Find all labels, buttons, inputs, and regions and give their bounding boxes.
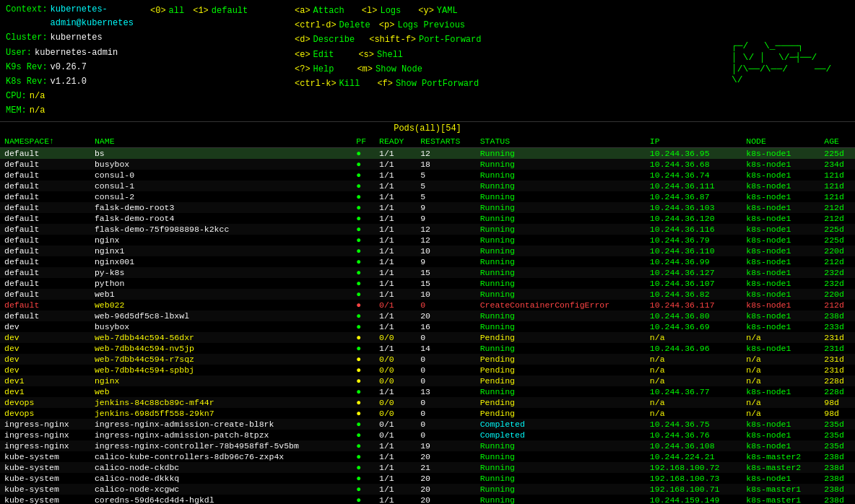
cell-namespace: default <box>0 191 90 202</box>
cell-namespace: kube-system <box>0 451 90 462</box>
cell-namespace: default <box>0 278 90 289</box>
cell-namespace: dev <box>0 354 90 365</box>
cell-node: k8s-node1 <box>742 440 820 451</box>
key-f: <f> <box>377 77 393 91</box>
cell-restarts: 9 <box>416 202 476 213</box>
table-row[interactable]: devops jenkins-84c88cb89c-mf44r ● 0/0 0 … <box>0 397 855 408</box>
table-row[interactable]: default nginx1 ● 1/1 10 Running 10.244.3… <box>0 246 855 256</box>
cell-ready: 1/1 <box>375 191 416 202</box>
cell-age: 231d <box>820 343 855 354</box>
cell-namespace: dev <box>0 343 90 354</box>
table-row[interactable]: kube-system calico-kube-controllers-8db9… <box>0 451 855 462</box>
cell-age: 121d <box>820 170 855 181</box>
cell-age: 232d <box>820 267 855 278</box>
cluster-value: kubernetes <box>51 31 103 45</box>
cell-ip: 10.244.36.80 <box>646 310 742 321</box>
cell-restarts: 13 <box>416 386 476 397</box>
cell-ip: n/a <box>646 332 742 343</box>
table-row[interactable]: default nginx001 ● 1/1 9 Running 10.244.… <box>0 256 855 267</box>
cell-node: n/a <box>742 354 820 365</box>
table-row[interactable]: default web022 ● 0/1 0 CreateContainerCo… <box>0 300 855 310</box>
cell-ip: n/a <box>646 365 742 375</box>
cell-ip: 10.244.36.120 <box>646 213 742 224</box>
cell-restarts: 10 <box>416 289 476 300</box>
table-row[interactable]: dev web-7dbb44c594-spbbj ● 0/0 0 Pending… <box>0 365 855 375</box>
cell-age: 238d <box>820 310 855 321</box>
col-status: STATUS <box>476 135 646 148</box>
cell-pf: ● <box>352 419 375 430</box>
cell-name: busybox <box>90 321 352 332</box>
cell-status: Completed <box>476 430 646 440</box>
cell-node: k8s-master1 <box>742 484 820 495</box>
table-row[interactable]: default falsk-demo-root4 ● 1/1 9 Running… <box>0 213 855 224</box>
table-row[interactable]: dev1 nginx ● 0/0 0 Pending n/a n/a 228d <box>0 375 855 386</box>
cell-restarts: 20 <box>416 310 476 321</box>
cell-status: Running <box>476 213 646 224</box>
table-row[interactable]: default bs ● 1/1 12 Running 10.244.36.95… <box>0 147 855 159</box>
cell-ip: 10.244.36.108 <box>646 440 742 451</box>
cell-pf: ● <box>352 256 375 267</box>
col-node: NODE <box>742 135 820 148</box>
table-row[interactable]: dev web-7dbb44c594-nv5jp ● 1/1 14 Runnin… <box>0 343 855 354</box>
table-row[interactable]: dev web-7dbb44c594-56dxr ● 0/0 0 Pending… <box>0 332 855 343</box>
cell-node: k8s-node1 <box>742 170 820 181</box>
table-row[interactable]: dev busybox ● 1/1 16 Running 10.244.36.6… <box>0 321 855 332</box>
cell-namespace: default <box>0 267 90 278</box>
cell-node: n/a <box>742 397 820 408</box>
table-row[interactable]: default falsk-demo-root3 ● 1/1 9 Running… <box>0 202 855 213</box>
pods-table-container[interactable]: NAMESPACE↑ NAME PF READY RESTARTS STATUS… <box>0 135 855 505</box>
table-row[interactable]: default consul-2 ● 1/1 5 Running 10.244.… <box>0 191 855 202</box>
cell-name: ingress-nginx-admission-create-bl8rk <box>90 419 352 430</box>
table-row[interactable]: ingress-nginx ingress-nginx-admission-pa… <box>0 430 855 440</box>
cell-ready: 1/1 <box>375 473 416 484</box>
svg-text:\/: \/ <box>732 74 743 85</box>
cell-age: 212d <box>820 256 855 267</box>
table-row[interactable]: default consul-1 ● 1/1 5 Running 10.244.… <box>0 181 855 191</box>
cell-name: web-7dbb44c594-spbbj <box>90 365 352 375</box>
table-row[interactable]: default web1 ● 1/1 10 Running 10.244.36.… <box>0 289 855 300</box>
cell-status: Pending <box>476 408 646 419</box>
cell-pf: ● <box>352 278 375 289</box>
cell-restarts: 0 <box>416 408 476 419</box>
table-row[interactable]: dev1 web ● 1/1 13 Running 10.244.36.77 k… <box>0 386 855 397</box>
table-row[interactable]: default web-96d5df5c8-lbxwl ● 1/1 20 Run… <box>0 310 855 321</box>
table-row[interactable]: kube-system calico-node-ckdbc ● 1/1 21 R… <box>0 462 855 473</box>
cell-node: n/a <box>742 365 820 375</box>
table-row[interactable]: default python ● 1/1 15 Running 10.244.3… <box>0 278 855 289</box>
svg-text:│ \/ │: │ \/ │ <box>732 52 765 63</box>
col-age: AGE <box>820 135 855 148</box>
table-row[interactable]: default flask-demo-75f9988898-k2kcc ● 1/… <box>0 224 855 235</box>
table-row[interactable]: dev web-7dbb44c594-r7sqz ● 0/0 0 Pending… <box>0 354 855 365</box>
cell-restarts: 0 <box>416 397 476 408</box>
cell-name: nginx001 <box>90 256 352 267</box>
table-row[interactable]: default py-k8s ● 1/1 15 Running 10.244.3… <box>0 267 855 278</box>
cell-node: k8s-master1 <box>742 495 820 505</box>
table-row[interactable]: kube-system calico-node-xcgwc ● 1/1 20 R… <box>0 484 855 495</box>
table-row[interactable]: default busybox ● 1/1 18 Running 10.244.… <box>0 159 855 170</box>
k8s-rev-label: K8s Rev: <box>6 75 48 89</box>
key-d: <d> <box>295 33 311 47</box>
cell-namespace: kube-system <box>0 495 90 505</box>
cell-pf: ● <box>352 354 375 365</box>
table-row[interactable]: kube-system calico-node-dkkkq ● 1/1 20 R… <box>0 473 855 484</box>
cell-restarts: 18 <box>416 159 476 170</box>
table-row[interactable]: devops jenkins-698d5ff558-29kn7 ● 0/0 0 … <box>0 408 855 419</box>
table-row[interactable]: default consul-0 ● 1/1 5 Running 10.244.… <box>0 170 855 181</box>
cell-age: 98d <box>820 408 855 419</box>
cell-status: CreateContainerConfigError <box>476 300 646 310</box>
table-row[interactable]: kube-system coredns-59d64cd4d4-hgkdl ● 1… <box>0 495 855 505</box>
cell-node: k8s-node1 <box>742 246 820 256</box>
table-row[interactable]: default nginx ● 1/1 12 Running 10.244.36… <box>0 235 855 246</box>
cell-restarts: 10 <box>416 246 476 256</box>
cell-ip: n/a <box>646 397 742 408</box>
svg-text:\_────┐: \_────┐ <box>764 40 804 52</box>
cell-status: Running <box>476 495 646 505</box>
cell-restarts: 0 <box>416 300 476 310</box>
key-m: <m> <box>357 63 373 77</box>
table-row[interactable]: ingress-nginx ingress-nginx-controller-7… <box>0 440 855 451</box>
cell-namespace: default <box>0 300 90 310</box>
cell-node: k8s-node1 <box>742 321 820 332</box>
table-row[interactable]: ingress-nginx ingress-nginx-admission-cr… <box>0 419 855 430</box>
key-question: <?> <box>295 63 311 77</box>
cell-ready: 1/1 <box>375 147 416 159</box>
